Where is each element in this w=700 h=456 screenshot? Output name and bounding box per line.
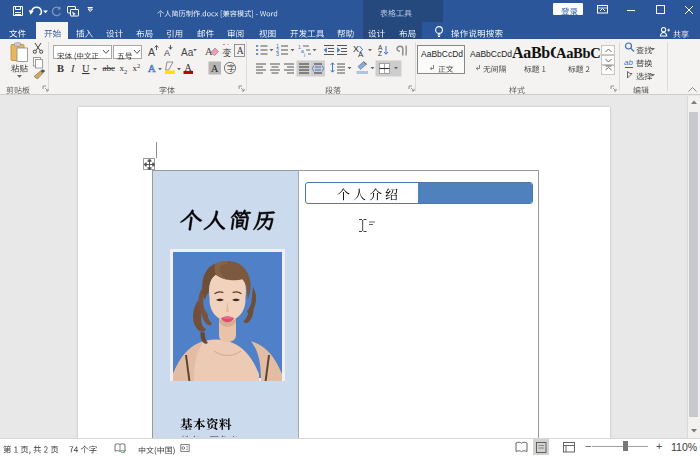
svg-text:Aa: Aa [181, 47, 194, 58]
svg-text:A: A [211, 63, 219, 74]
svg-text:A: A [164, 48, 170, 58]
svg-text:A: A [148, 46, 155, 58]
svg-text:A: A [185, 62, 193, 73]
svg-text:B: B [57, 63, 64, 74]
svg-text:Z: Z [378, 50, 382, 57]
svg-text:3: 3 [276, 51, 279, 57]
svg-text:A: A [358, 50, 364, 59]
svg-text:U: U [82, 63, 90, 74]
svg-text:变: 变 [223, 48, 232, 58]
svg-text:A: A [148, 63, 156, 74]
svg-text:I: I [70, 63, 75, 74]
svg-text:abc: abc [103, 63, 116, 73]
svg-text:字: 字 [227, 64, 235, 73]
svg-text:A: A [237, 46, 244, 56]
svg-text:2: 2 [137, 62, 140, 69]
svg-text:i: i [304, 52, 305, 58]
svg-text:2: 2 [124, 68, 127, 75]
svg-text:ab: ab [624, 58, 633, 67]
